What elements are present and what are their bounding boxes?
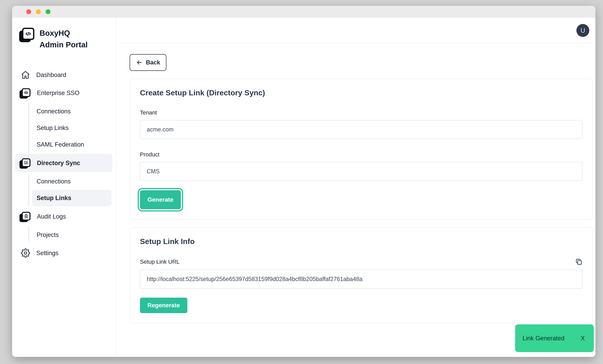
sidebar-item-label: Directory Sync <box>37 160 80 166</box>
copy-url-button[interactable] <box>575 258 582 265</box>
audit-clipboard-keycap-icon <box>21 211 31 221</box>
sidebar-item-directory-sync[interactable]: Directory Sync <box>15 154 113 172</box>
app-window: BoxyHQ Admin Portal Dashboard <box>12 6 595 357</box>
generate-button[interactable]: Generate <box>140 190 181 209</box>
back-button-label: Back <box>146 59 160 66</box>
audit-logs-subnav: Projects <box>28 227 112 243</box>
clipboard-copy-icon <box>575 258 582 265</box>
setup-link-url-input[interactable] <box>140 270 582 289</box>
home-icon <box>21 70 30 79</box>
back-button[interactable]: Back <box>130 54 166 71</box>
product-input[interactable] <box>140 162 582 181</box>
sso-cloud-key-keycap-icon <box>21 88 31 98</box>
content: Back Create Setup Link (Directory Sync) … <box>116 44 595 357</box>
minimize-window-button[interactable] <box>36 9 41 14</box>
sidebar-item-audit-logs[interactable]: Audit Logs <box>15 207 113 226</box>
arrow-left-icon <box>136 59 143 66</box>
tenant-input[interactable] <box>140 120 582 139</box>
info-card-title: Setup Link Info <box>140 237 582 246</box>
enterprise-sso-subnav: Connections Setup Links SAML Federation <box>28 103 112 153</box>
sidebar-item-dashboard[interactable]: Dashboard <box>15 66 113 84</box>
main-area: U Back Create Setup Link (Directory Sync… <box>116 18 595 357</box>
directory-sync-subnav: Connections Setup Links <box>28 173 112 206</box>
sidebar-item-dsync-connections[interactable]: Connections <box>32 173 112 190</box>
close-window-button[interactable] <box>26 9 31 14</box>
sidebar-item-dsync-setup-links[interactable]: Setup Links <box>32 190 112 206</box>
regenerate-button[interactable]: Regenerate <box>140 298 187 313</box>
maximize-window-button[interactable] <box>46 9 50 14</box>
create-card-title: Create Setup Link (Directory Sync) <box>140 88 582 97</box>
sidebar-item-label: Settings <box>36 250 58 257</box>
gear-icon <box>21 248 30 258</box>
product-label: Product <box>140 151 582 158</box>
top-header: U <box>116 18 595 44</box>
toast-close-button[interactable]: X <box>581 335 585 342</box>
sidebar-item-projects[interactable]: Projects <box>32 227 112 243</box>
app-title: BoxyHQ Admin Portal <box>39 27 96 51</box>
avatar[interactable]: U <box>576 24 589 37</box>
sidebar-item-label: Dashboard <box>36 72 66 78</box>
sidebar: BoxyHQ Admin Portal Dashboard <box>12 18 116 357</box>
directory-folder-sync-keycap-icon <box>21 158 31 168</box>
sidebar-item-sso-setup-links[interactable]: Setup Links <box>32 120 112 136</box>
sidebar-item-label: Audit Logs <box>37 213 66 220</box>
sidebar-nav: Dashboard Enterprise SSO Conne <box>21 66 112 262</box>
code-keycap-icon <box>21 27 35 41</box>
sidebar-item-enterprise-sso[interactable]: Enterprise SSO <box>15 84 113 102</box>
setup-link-url-label: Setup Link URL <box>140 258 179 265</box>
sidebar-item-settings[interactable]: Settings <box>15 244 113 262</box>
toast-link-generated: Link Generated X <box>515 324 594 352</box>
sidebar-item-label: Enterprise SSO <box>37 89 80 97</box>
tenant-label: Tenant <box>140 109 582 116</box>
sidebar-item-sso-connections[interactable]: Connections <box>32 103 112 120</box>
sidebar-item-saml-federation[interactable]: SAML Federation <box>32 136 112 153</box>
brand: BoxyHQ Admin Portal <box>21 27 112 51</box>
setup-link-info-card: Setup Link Info Setup Link URL Regenerat… <box>130 227 593 323</box>
toast-message: Link Generated <box>522 335 565 342</box>
create-setup-link-card: Create Setup Link (Directory Sync) Tenan… <box>130 79 593 220</box>
window-titlebar <box>12 6 595 18</box>
